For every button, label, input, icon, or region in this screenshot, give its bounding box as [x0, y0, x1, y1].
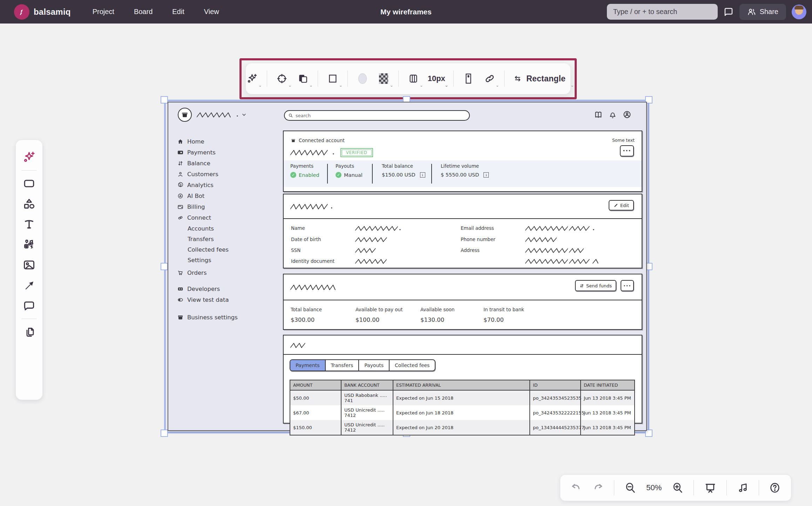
comment-tool-icon[interactable]	[21, 295, 37, 316]
person-icon	[177, 171, 183, 177]
cart-icon	[177, 270, 183, 276]
nav-customers: Customers	[177, 169, 265, 180]
ellipsis-button: •••	[620, 145, 634, 157]
share-button[interactable]: Share	[739, 4, 786, 20]
nav-billing: Billing	[177, 201, 265, 212]
nav-accounts: Accounts	[177, 223, 265, 234]
verified-badge: VERIFIED	[340, 148, 373, 157]
field-label: Phone number	[461, 237, 495, 242]
zoom-out-icon	[624, 482, 636, 494]
pencil-icon	[614, 203, 618, 208]
tab-transfers: Transfers	[326, 360, 359, 371]
check-icon: ✓	[290, 172, 296, 178]
tab-payouts: Payouts	[359, 360, 390, 371]
zoom-level[interactable]: 50%	[646, 483, 662, 492]
columns-icon[interactable]: ⌄	[407, 69, 420, 88]
bank-icon	[291, 138, 296, 143]
brand-squiggle	[197, 112, 232, 118]
music-button[interactable]	[737, 482, 749, 494]
balance-value: $100.00	[356, 317, 379, 323]
project-title[interactable]: My wireframes	[380, 8, 432, 16]
zoom-out-button[interactable]	[624, 482, 636, 494]
table-row: $150.00USD Unicredit ..... 7412 Expected…	[290, 420, 635, 435]
present-button[interactable]	[704, 481, 717, 494]
target-icon[interactable]: ⌄	[276, 69, 288, 88]
menu-board[interactable]: Board	[134, 8, 153, 16]
selection-handle-bottom-left[interactable]	[161, 430, 168, 437]
undo-button[interactable]	[570, 482, 582, 494]
nav-ai-bot: AI Bot	[177, 191, 265, 201]
avatar[interactable]	[792, 5, 806, 19]
check-icon: ✓	[336, 172, 341, 178]
rectangle-tool-icon[interactable]	[21, 173, 37, 194]
swap-arrows-icon	[513, 73, 522, 85]
text-tool-icon[interactable]	[21, 214, 37, 234]
transactions-card: Payments Transfers Payouts Collected fee…	[283, 335, 642, 424]
connected-account-card: Connected account Some text . VERIFIED •…	[283, 131, 642, 192]
eye-toggle-icon	[177, 297, 183, 303]
image-tool-icon[interactable]	[21, 255, 37, 275]
tab-collected-fees: Collected fees	[390, 360, 435, 371]
tab-group: Payments Transfers Payouts Collected fee…	[290, 359, 435, 371]
chevron-down-icon: ⌄	[445, 83, 448, 88]
spacing-value[interactable]: 10px ⌄	[428, 69, 445, 88]
wireframe-mockup[interactable]: . search Home Payments Balance Custom	[168, 102, 647, 431]
tool-palette	[15, 140, 43, 400]
comment-icon[interactable]	[723, 7, 734, 17]
rectangle-outline-icon[interactable]: ⌄	[326, 69, 339, 88]
toolbar-separator	[614, 480, 614, 495]
menu-bar: Project Board Edit View	[93, 8, 219, 16]
table-row: $50.00USD Rabobank ..... 741 Expected on…	[290, 390, 635, 405]
help-button[interactable]	[769, 482, 781, 494]
phone-icon[interactable]	[462, 69, 475, 88]
opacity-checker-icon[interactable]: ⌄	[377, 69, 390, 88]
nav-business-settings: Business settings	[177, 312, 265, 323]
ai-sparkle-icon[interactable]	[21, 147, 37, 167]
user-circle-icon	[623, 110, 631, 119]
balance-value: $70.00	[483, 317, 504, 323]
stat-payouts: Payouts ✓Manual	[336, 163, 363, 178]
shape-type-selector[interactable]: Rectangle ⌄	[513, 69, 570, 88]
wallet-icon	[177, 204, 183, 210]
brand-name: balsamiq	[34, 7, 71, 17]
balance-title-squiggle	[291, 285, 336, 290]
toolbar-separator	[693, 480, 694, 495]
search-input[interactable]	[607, 4, 718, 20]
layers-icon[interactable]: ⌄	[297, 69, 309, 88]
field-label: Email address	[461, 225, 494, 231]
undo-icon	[570, 482, 582, 494]
redo-button[interactable]	[592, 482, 604, 494]
field-label: Address	[461, 247, 480, 253]
wireframe-search-field: search	[284, 110, 470, 121]
nav-home: Home	[177, 136, 265, 147]
arrows-updown-icon	[580, 284, 584, 288]
duplicate-tool-icon[interactable]	[21, 322, 37, 342]
nav-analytics: Analytics	[177, 180, 265, 191]
ellipsis-button: •••	[621, 280, 634, 291]
nav-collected-fees: Collected fees	[177, 244, 265, 255]
magnifier-icon	[288, 113, 293, 118]
link-icon[interactable]: ⌄	[483, 69, 496, 88]
selection-handle-top-left[interactable]	[161, 96, 168, 104]
selection-handle-middle-left[interactable]	[161, 263, 168, 270]
nav-balance: Balance	[177, 158, 265, 169]
bank-logo-icon	[178, 108, 192, 122]
nav-connect: Connect	[177, 212, 265, 223]
presentation-icon	[704, 481, 717, 494]
menu-view[interactable]: View	[204, 8, 219, 16]
bell-icon	[608, 110, 617, 119]
ai-sparkle-icon[interactable]: ⌄	[246, 69, 258, 88]
menu-edit[interactable]: Edit	[172, 8, 184, 16]
zoom-in-button[interactable]	[672, 482, 684, 494]
card-icon	[177, 149, 183, 155]
stat-total-balance: Total balance $150.00 USDi	[382, 163, 425, 178]
fill-ellipse-icon[interactable]	[356, 69, 369, 88]
arrows-updown-icon	[177, 160, 183, 166]
payments-table: AMOUNT BANK ACCOUNT ESTIMATED ARRIVAL ID…	[290, 380, 635, 435]
menu-project[interactable]: Project	[93, 8, 114, 16]
balsamiq-logo-icon[interactable]	[14, 4, 29, 20]
shapes-tool-icon[interactable]	[21, 194, 37, 214]
icons-tool-icon[interactable]	[21, 234, 37, 255]
arrow-tool-icon[interactable]	[21, 275, 37, 295]
top-navbar: balsamiq Project Board Edit View My wire…	[0, 0, 812, 24]
